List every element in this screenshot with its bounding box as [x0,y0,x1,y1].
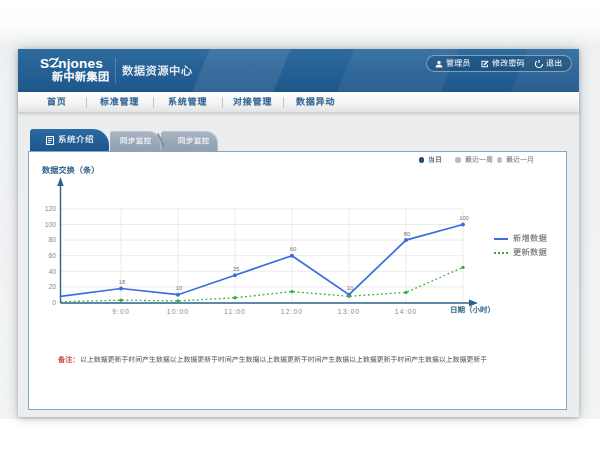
radio-icon [497,157,503,163]
logout-button[interactable] [535,60,563,68]
data-point-label: 80 [404,231,410,237]
nav-item-label [100,97,140,108]
tab-system-intro[interactable] [30,129,109,151]
x-tick-label: 12:00 [281,308,303,315]
filter-radio-2[interactable] [497,156,535,164]
tab-label [58,135,94,145]
y-axis-arrow-icon [57,177,63,186]
legend-label [513,234,547,244]
data-point-label: 10 [176,285,182,291]
filter-radio-1[interactable] [455,156,493,164]
y-tick-label: 20 [48,283,56,290]
y-tick-label: 60 [48,252,56,259]
data-point-marker [119,287,123,291]
data-point-marker [176,293,180,297]
app-header: Snjones [18,49,579,92]
brand-logo-latin: Snjones [40,57,110,70]
tab-sync-monitor-1[interactable] [110,131,161,151]
radio-icon [455,157,461,163]
nav-item-label [233,97,273,108]
content-area: 0204060801001209:0010:0011:0012:0013:001… [18,113,579,417]
footnote-text [80,356,488,365]
chart-legend [494,233,547,262]
tab-label [120,137,152,146]
user-menu-label [446,59,471,68]
data-point-marker [290,254,294,258]
data-point-label: 18 [119,279,125,285]
legend-item-0 [494,233,547,245]
x-tick-label: 9:00 [112,308,129,315]
data-point-label: 35 [233,266,239,272]
user-menu-button[interactable] [435,60,471,68]
nav-item-1[interactable] [87,97,153,108]
data-point-marker [119,299,122,302]
document-icon [46,136,54,145]
line-chart: 0204060801001209:0010:0011:0012:0013:001… [29,172,566,342]
filter-radio-0[interactable] [419,156,443,164]
x-axis-title [450,306,495,315]
user-toolbar [426,55,572,72]
data-point-label: 60 [290,246,296,252]
brand-logo-chinese [52,71,110,84]
footnote-label [58,356,80,365]
legend-item-1 [494,247,547,259]
change-password-button[interactable] [481,60,525,68]
y-tick-label: 0 [52,299,56,306]
nav-item-2[interactable] [154,97,222,108]
data-point-marker [461,266,464,269]
user-icon [435,60,443,68]
data-point-marker [347,295,350,298]
nav-item-4[interactable] [284,97,347,108]
nav-item-3[interactable] [223,97,283,108]
radio-selected-icon [419,157,425,163]
app-window: Snjones [18,49,579,417]
filter-label [506,156,534,164]
footnote [58,356,488,365]
data-point-marker [290,290,293,293]
x-tick-label: 11:00 [224,308,246,315]
tab-sync-monitor-2[interactable] [161,131,218,151]
brand-initial: S [40,57,49,70]
data-point-marker [461,223,465,227]
brand-rest: njones [58,57,103,70]
change-password-label [492,59,525,68]
y-tick-label: 120 [45,205,57,212]
data-point-marker [404,291,407,294]
brand-logo: Snjones [40,57,110,84]
power-icon [535,60,543,68]
x-tick-label: 13:00 [338,308,360,315]
y-tick-label: 80 [48,236,56,243]
x-tick-label: 14:00 [395,308,417,315]
legend-swatch [494,238,508,240]
range-filters [419,156,535,164]
legend-swatch [494,252,508,254]
legend-label [513,248,547,258]
edit-icon [481,60,489,68]
header-divider [115,58,116,83]
data-point-label: 10 [347,285,353,291]
data-point-marker [233,296,236,299]
data-point-label: 100 [459,215,469,221]
y-tick-label: 40 [48,268,56,275]
tab-label [178,137,210,146]
app-title [122,65,193,78]
filter-label [428,156,442,164]
filter-label [465,156,493,164]
x-tick-label: 10:00 [167,308,189,315]
nav-item-label [47,97,67,108]
logout-label [546,59,563,68]
main-nav [18,92,579,113]
data-point-marker [176,299,179,302]
nav-item-label [168,97,208,108]
chart-canvas: 0204060801001209:0010:0011:0012:0013:001… [29,172,566,342]
data-point-marker [404,238,408,242]
data-point-marker [233,273,237,277]
nav-item-0[interactable] [28,97,86,108]
nav-item-label [296,97,336,108]
chart-panel: 0204060801001209:0010:0011:0012:0013:001… [28,151,567,410]
y-tick-label: 100 [45,221,57,228]
